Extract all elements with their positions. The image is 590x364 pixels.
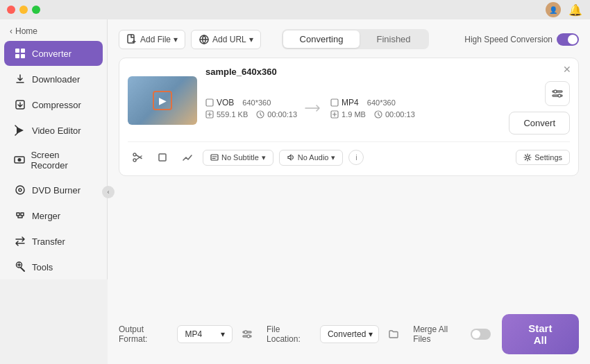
crop-icon[interactable] [153, 148, 172, 167]
maximize-button[interactable] [32, 6, 40, 14]
file-icon [205, 98, 214, 107]
add-file-button[interactable]: Add File ▾ [119, 30, 185, 49]
sidebar-item-downloader[interactable]: Downloader [4, 67, 103, 92]
svg-point-24 [133, 159, 136, 162]
file-thumbnail[interactable]: ▶ [128, 76, 197, 125]
sidebar-item-converter[interactable]: Converter [4, 41, 103, 66]
audio-select[interactable]: No Audio ▾ [279, 150, 344, 166]
svg-point-23 [133, 153, 136, 156]
sidebar-item-screen-recorder[interactable]: Screen Recorder [4, 144, 103, 177]
sidebar-item-video-editor[interactable]: Video Editor [4, 118, 103, 143]
svg-point-22 [558, 94, 561, 97]
subtitle-select[interactable]: No Subtitle ▾ [203, 150, 273, 166]
settings-btn-label: Settings [534, 153, 562, 162]
add-url-icon [199, 34, 210, 45]
content-spacer [119, 176, 579, 306]
transfer-icon [14, 235, 26, 248]
bell-icon[interactable]: 🔔 [568, 2, 583, 17]
svg-point-10 [19, 189, 22, 191]
collapse-sidebar-button[interactable]: ‹ [102, 186, 115, 198]
sidebar-item-compressor-label: Compressor [32, 100, 81, 110]
tab-finished[interactable]: Finished [360, 31, 427, 48]
card-header: ▶ sample_640x360 VOB 640*360 [128, 67, 570, 135]
speed-toggle-switch[interactable] [557, 33, 579, 46]
tab-converting[interactable]: Converting [283, 31, 360, 48]
output-size: 1.9 MB [342, 110, 366, 119]
sidebar-item-tools[interactable]: Tools [4, 254, 103, 279]
settings-button[interactable]: Settings [516, 150, 570, 165]
output-format-label: Output Format: [119, 324, 171, 344]
file-location-folder-icon[interactable] [385, 325, 402, 343]
card-right-actions: Convert [509, 81, 570, 135]
speed-toggle-label: High Speed Conversion [464, 35, 553, 44]
app-body: ‹ Home Converter Downloader Compress [0, 19, 590, 364]
close-card-button[interactable]: ✕ [563, 64, 571, 75]
info-icon[interactable]: i [348, 150, 364, 165]
size-icon [205, 110, 214, 119]
sidebar-item-merger[interactable]: Merger [4, 203, 103, 228]
merger-icon [14, 209, 26, 222]
sidebar-home[interactable]: ‹ Home [0, 22, 107, 40]
effect-icon[interactable] [178, 148, 197, 167]
top-toolbar: Add File ▾ Add URL ▾ Converting Finished [119, 29, 579, 49]
audio-chevron-icon: ▾ [331, 153, 335, 162]
input-size: 559.1 KB [217, 110, 248, 119]
svg-rect-0 [15, 49, 19, 53]
start-all-button[interactable]: Start All [502, 314, 579, 354]
output-duration: 00:00:13 [385, 110, 415, 119]
sidebar-item-merger-label: Merger [32, 211, 60, 221]
add-url-label: Add URL [212, 35, 246, 44]
file-location-label: File Location: [267, 324, 314, 344]
sidebar-item-dvd-burner-label: DVD Burner [32, 185, 81, 196]
tab-converting-label: Converting [300, 34, 344, 44]
settings-gear-icon [523, 153, 532, 162]
sidebar-item-tools-label: Tools [32, 262, 53, 272]
bottom-bar: Output Format: MP4 ▾ File Location: Conv… [119, 306, 579, 364]
output-format-settings-icon[interactable] [238, 325, 255, 343]
subtitle-icon [210, 153, 219, 162]
input-size-row: 559.1 KB 00:00:13 [205, 110, 297, 119]
svg-point-27 [526, 156, 529, 159]
titlebar: 👤 🔔 [0, 0, 590, 19]
convert-button[interactable]: Convert [509, 112, 570, 135]
svg-point-21 [554, 90, 557, 93]
audio-icon [287, 153, 295, 162]
file-location-field: File Location: Converted ▾ [267, 324, 402, 344]
sidebar-item-dvd-burner[interactable]: DVD Burner [4, 177, 103, 202]
converter-icon [14, 47, 26, 60]
compressor-icon [14, 98, 26, 111]
sidebar-item-transfer[interactable]: Transfer [4, 229, 103, 254]
add-file-icon [126, 34, 137, 45]
add-url-button[interactable]: Add URL ▾ [191, 30, 261, 49]
svg-point-9 [16, 186, 24, 194]
file-title: sample_640x360 [205, 67, 570, 77]
chevron-left-icon: ‹ [10, 26, 12, 36]
file-formats-row: VOB 640*360 559.1 KB 00:00:13 [205, 81, 570, 135]
sidebar-item-compressor[interactable]: Compressor [4, 92, 103, 117]
output-resolution: 640*360 [367, 98, 396, 107]
subtitle-value: No Subtitle [221, 153, 259, 162]
output-format-select[interactable]: MP4 ▾ [177, 325, 233, 343]
sidebar-item-transfer-label: Transfer [32, 236, 65, 247]
sidebar-item-video-editor-label: Video Editor [32, 125, 81, 136]
sidebar-item-converter-label: Converter [32, 49, 71, 59]
output-format-chevron-icon: ▾ [221, 329, 225, 339]
file-location-select[interactable]: Converted ▾ [320, 325, 379, 343]
arrow-right-icon [304, 103, 323, 114]
minimize-button[interactable] [19, 6, 28, 14]
output-duration-icon [374, 110, 382, 119]
output-settings-icon[interactable] [545, 81, 570, 106]
merge-toggle-switch[interactable] [471, 329, 491, 340]
file-location-chevron-icon: ▾ [369, 329, 373, 339]
svg-point-8 [18, 158, 22, 162]
user-avatar-icon[interactable]: 👤 [546, 2, 561, 17]
close-button[interactable] [7, 6, 15, 14]
card-actions: No Subtitle ▾ No Audio ▾ i Settings [128, 141, 570, 167]
input-duration: 00:00:13 [267, 110, 297, 119]
play-button[interactable]: ▶ [153, 91, 172, 110]
cut-icon[interactable] [128, 148, 147, 167]
svg-rect-26 [211, 155, 218, 160]
file-card: ✕ ▶ sample_640x360 VOB 6 [119, 58, 579, 176]
sidebar-item-downloader-label: Downloader [32, 74, 80, 85]
svg-rect-16 [331, 99, 338, 106]
